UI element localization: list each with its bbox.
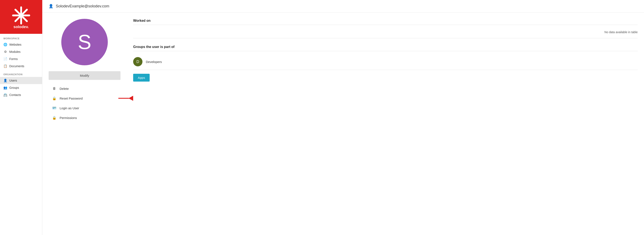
sidebar: solodev. WORKSPACE 🌐 Websites ⚙ Modules … (0, 0, 42, 235)
permissions-label: Permissions (60, 116, 77, 120)
apps-button[interactable]: Apps (133, 74, 150, 82)
globe-icon: 🌐 (4, 43, 7, 46)
groups-icon: 👥 (4, 86, 7, 90)
delete-label: Delete (60, 87, 69, 90)
lock-icon: 🔒 (52, 96, 57, 100)
sidebar-item-contacts[interactable]: 📇 Contacts (0, 91, 42, 98)
permissions-action[interactable]: 🔒 Permissions (48, 113, 120, 122)
id-badge-icon: 🪪 (52, 106, 57, 110)
trash-icon: 🗑 (52, 86, 57, 91)
top-header: 👤 SolodevExample@solodev.com (42, 0, 644, 12)
svg-line-7 (22, 16, 27, 21)
worked-on-title: Worked on (133, 19, 638, 22)
avatar-letter: S (78, 30, 91, 54)
red-arrow-indicator (118, 96, 133, 101)
right-column: Worked on No data available in table Gro… (133, 19, 638, 229)
user-avatar: S (61, 19, 108, 65)
group-avatar-developers: D (133, 57, 142, 66)
no-data-text: No data available in table (133, 28, 638, 38)
svg-line-6 (16, 16, 20, 21)
solodev-logo: solodev. (6, 2, 36, 32)
sidebar-item-users[interactable]: 👤 Users (0, 77, 42, 84)
sidebar-item-groups[interactable]: 👥 Groups (0, 84, 42, 91)
groups-divider (133, 51, 638, 51)
modify-button[interactable]: Modify (48, 71, 120, 80)
sidebar-item-documents-label: Documents (9, 64, 24, 68)
group-item-divider (133, 70, 638, 70)
svg-point-8 (20, 14, 22, 16)
main-content: 👤 SolodevExample@solodev.com S Modify 🗑 … (42, 0, 644, 235)
content-area: S Modify 🗑 Delete 🔒 Reset Password 🪪 Log… (42, 12, 644, 235)
group-name-developers: Developers (146, 60, 162, 64)
sidebar-item-modules[interactable]: ⚙ Modules (0, 48, 42, 55)
login-as-user-action[interactable]: 🪪 Login as User (48, 103, 120, 113)
header-user-icon: 👤 (48, 4, 53, 8)
workspace-section-label: WORKSPACE (0, 34, 42, 41)
user-icon: 👤 (4, 78, 7, 82)
svg-line-5 (22, 10, 27, 14)
sidebar-item-contacts-label: Contacts (9, 93, 21, 96)
worked-on-divider (133, 25, 638, 25)
sidebar-item-documents[interactable]: 📋 Documents (0, 62, 42, 70)
sidebar-item-modules-label: Modules (9, 50, 20, 54)
permissions-lock-icon: 🔒 (52, 116, 57, 120)
left-column: S Modify 🗑 Delete 🔒 Reset Password 🪪 Log… (48, 19, 120, 229)
reset-password-action[interactable]: 🔒 Reset Password (48, 94, 120, 103)
groups-section: Groups the user is part of D Developers … (133, 45, 638, 82)
sidebar-item-groups-label: Groups (9, 86, 19, 90)
contacts-icon: 📇 (4, 93, 7, 97)
svg-line-4 (16, 10, 20, 14)
header-email: SolodevExample@solodev.com (56, 4, 109, 8)
action-list: 🗑 Delete 🔒 Reset Password 🪪 Login as Use… (48, 84, 120, 122)
forms-icon: 📄 (4, 57, 7, 61)
sidebar-item-users-label: Users (9, 79, 17, 82)
logo-area[interactable]: solodev. (0, 0, 42, 34)
sidebar-item-forms[interactable]: 📄 Forms (0, 55, 42, 62)
modules-icon: ⚙ (4, 50, 7, 54)
svg-text:solodev.: solodev. (14, 25, 29, 29)
documents-icon: 📋 (4, 64, 7, 68)
reset-password-label: Reset Password (60, 96, 83, 100)
organization-section-label: ORGANIZATION (0, 70, 42, 77)
delete-action[interactable]: 🗑 Delete (48, 84, 120, 94)
sidebar-item-forms-label: Forms (9, 57, 18, 61)
group-avatar-letter: D (136, 60, 139, 64)
worked-on-bottom-divider (133, 38, 638, 38)
sidebar-item-websites[interactable]: 🌐 Websites (0, 41, 42, 48)
login-as-user-label: Login as User (60, 106, 79, 110)
groups-title: Groups the user is part of (133, 45, 638, 49)
group-developers: D Developers (133, 54, 638, 69)
sidebar-item-websites-label: Websites (9, 43, 21, 46)
